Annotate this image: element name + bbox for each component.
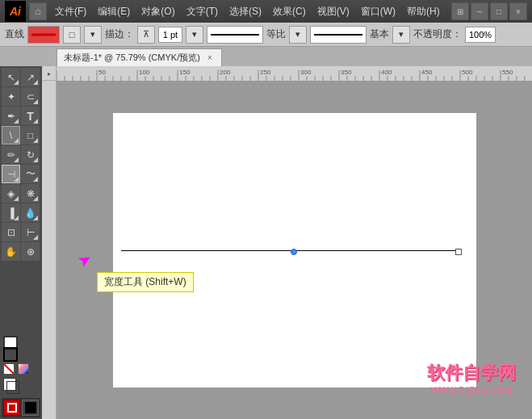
watermark-url: WWW.RJZXW.COM [427,385,516,395]
horizontal-ruler: 50100150200250300350400450500550 [57,66,532,81]
ruler-corner: ▸ [42,66,57,81]
svg-text:400: 400 [381,69,392,76]
tool-blend[interactable]: ◈ [2,184,20,203]
tool-eyedrop[interactable]: 💧 [21,203,40,222]
menu-bar: 文件(F) 编辑(E) 对象(O) 文字(T) 选择(S) 效果(C) 视图(V… [50,3,448,20]
tool-pen[interactable]: ✒ [2,107,20,125]
tool-select[interactable]: ↖ [2,68,20,86]
stroke-dropdown-btn[interactable]: ▾ [84,26,102,44]
svg-rect-1 [57,66,532,81]
red-square-btn[interactable] [3,400,20,416]
equal-label: 等比 [266,27,286,41]
svg-text:550: 550 [502,69,513,76]
minimize-button[interactable]: ─ [471,2,488,20]
menu-edit[interactable]: 编辑(E) [93,3,135,20]
svg-text:500: 500 [462,69,473,76]
tool-symbol[interactable]: ❋ [21,184,40,203]
line-handle-mid[interactable] [291,249,297,255]
app-logo: Ai [5,1,26,22]
tool-row-4: \ □ [2,126,40,145]
vertical-ruler [42,81,57,419]
grid-icon-btn[interactable]: ⊞ [451,2,469,20]
equal-dropdown[interactable]: ▾ [289,26,307,44]
tool-lasso[interactable]: ⊂ [21,87,40,106]
svg-text:50: 50 [98,69,106,76]
tool-rotate[interactable]: ↻ [21,145,40,164]
artboard [113,113,476,388]
tool-row-9: ⊡ ⊢ [2,223,40,241]
black-square-btn[interactable] [22,400,39,416]
menu-text[interactable]: 文字(T) [182,3,223,20]
maximize-button[interactable]: □ [490,2,508,20]
scroll-indicator: ▸ [42,66,57,81]
toolbox: ↖ ↗ ✦ ⊂ ✒ T \ □ ✏ ↻ ⊣ 〜 ◈ ❋ [0,66,42,419]
tool-column-graph[interactable]: ▐ [2,203,20,222]
menu-select[interactable]: 选择(S) [224,3,266,20]
canvas-area: ▸ 50100150200250300350400450500550 软 [42,66,532,419]
watermark-text: 软件自学网 [427,361,516,385]
stroke-align-btn[interactable]: ⊼ [137,26,155,44]
svg-text:150: 150 [179,69,191,76]
fill-square-btn[interactable]: □ [63,26,81,44]
tool-row-1: ↖ ↗ [2,68,40,86]
document-tab[interactable]: 未标题-1* @ 75.79% (CMYK/预览) × [57,48,222,66]
tool-row-8: ▐ 💧 [2,203,40,222]
menu-help[interactable]: 帮助(H) [402,3,445,20]
stroke-width-input[interactable] [158,27,182,43]
gradient-swatch[interactable] [18,363,29,375]
tab-close-button[interactable]: × [205,53,215,63]
tool-line[interactable]: \ [2,126,20,145]
tool-pencil[interactable]: ✏ [2,145,20,164]
tool-row-2: ✦ ⊂ [2,87,40,106]
stroke-color-btn[interactable] [27,26,60,44]
stroke-style-preview [310,26,367,44]
menu-effect[interactable]: 效果(C) [268,3,311,20]
canvas-background: 软件自学网 WWW.RJZXW.COM [57,81,532,419]
opacity-label: 不透明度： [413,27,462,41]
tool-row-10: ✋ ⊕ [2,242,40,261]
tool-text[interactable]: T [21,107,40,125]
watermark: 软件自学网 WWW.RJZXW.COM [427,361,516,395]
stroke-line-preview [207,26,263,44]
menu-window[interactable]: 窗口(W) [356,3,400,20]
tool-artboard[interactable]: ⊡ [2,223,20,241]
tooltip: 宽度工具 (Shift+W) [97,272,194,292]
tool-row-6: ⊣ 〜 [2,165,40,183]
svg-text:300: 300 [300,69,312,76]
tool-row-3: ✒ T [2,107,40,125]
tool-row-7: ◈ ❋ [2,184,40,203]
menu-object[interactable]: 对象(O) [136,3,179,20]
tab-bar: 未标题-1* @ 75.79% (CMYK/预览) × [0,47,532,66]
tab-title: 未标题-1* @ 75.79% (CMYK/预览) [64,52,200,64]
tool-warp[interactable]: 〜 [21,165,40,183]
svg-text:100: 100 [139,69,150,76]
tool-row-5: ✏ ↻ [2,145,40,164]
stroke-pt-dropdown[interactable]: ▾ [186,26,203,44]
home-button[interactable]: ⌂ [29,2,47,20]
menu-file[interactable]: 文件(F) [50,3,91,20]
close-button[interactable]: × [509,2,527,20]
tool-rect[interactable]: □ [21,126,40,145]
svg-text:350: 350 [341,69,352,76]
stroke-swatch[interactable] [3,347,18,362]
opacity-input[interactable] [465,27,496,43]
window-controls: ⊞ ─ □ × [451,2,527,20]
svg-text:250: 250 [260,69,271,76]
none-swatch[interactable] [3,363,15,375]
tool-zoom[interactable]: ⊕ [21,242,40,261]
title-bar: Ai ⌂ 文件(F) 编辑(E) 对象(O) 文字(T) 选择(S) 效果(C)… [0,0,532,23]
menu-view[interactable]: 视图(V) [312,3,354,20]
tool-direct-select[interactable]: ↗ [21,68,40,86]
tool-hand[interactable]: ✋ [2,242,20,261]
basic-label: 基本 [370,27,389,41]
fill-none-indicator[interactable] [3,378,19,394]
line-handle-end[interactable] [455,249,462,255]
basic-dropdown[interactable]: ▾ [392,26,410,44]
tool-width[interactable]: ⊣ [2,165,20,183]
tool-name-label: 直线 [5,27,24,41]
stroke-label: 描边： [105,27,134,41]
svg-text:200: 200 [220,69,231,76]
svg-text:450: 450 [421,69,433,76]
tool-slice[interactable]: ⊢ [21,223,40,241]
tool-magic-wand[interactable]: ✦ [2,87,20,106]
